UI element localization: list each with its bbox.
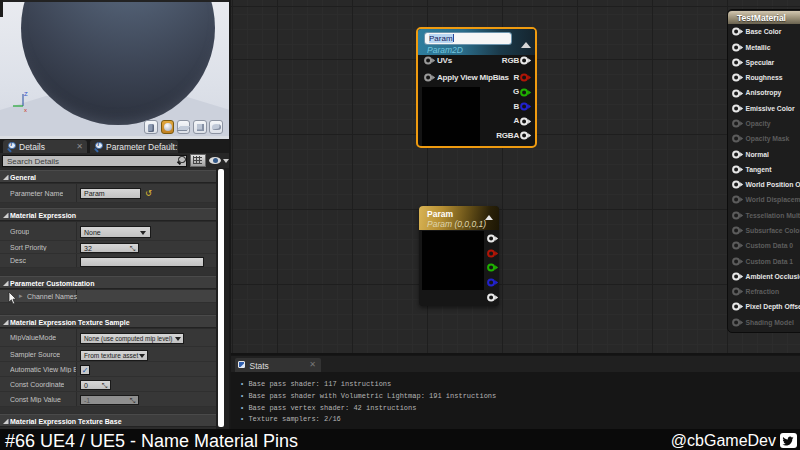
svg-text:x: x bbox=[24, 107, 27, 113]
svg-text:Z: Z bbox=[24, 91, 28, 97]
